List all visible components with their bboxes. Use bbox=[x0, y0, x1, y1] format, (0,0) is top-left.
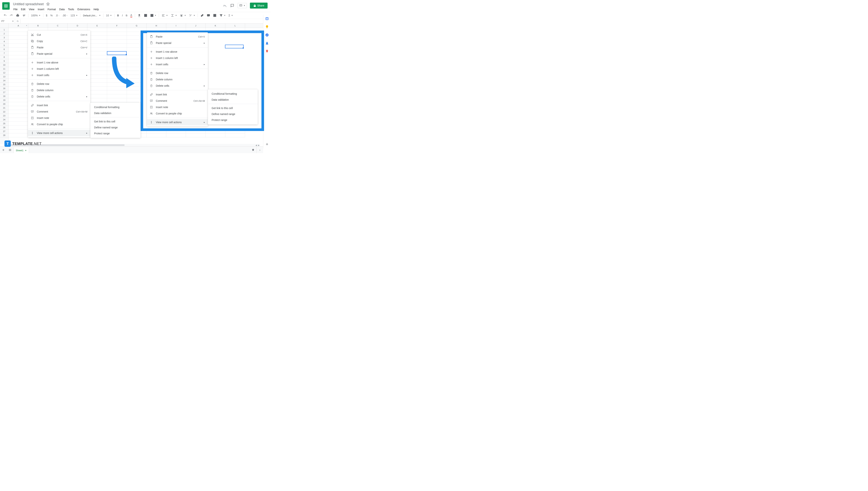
cell[interactable] bbox=[225, 134, 245, 137]
redo-button[interactable] bbox=[8, 13, 14, 18]
cell[interactable] bbox=[107, 44, 127, 48]
sub-data-validation[interactable]: Data validation bbox=[208, 97, 258, 103]
ctx-paste[interactable]: PasteCtrl+V bbox=[28, 44, 90, 51]
cell[interactable] bbox=[8, 55, 28, 59]
sub-define-named-range[interactable]: Define named range bbox=[90, 124, 141, 131]
cell[interactable] bbox=[8, 125, 28, 129]
menu-file[interactable]: File bbox=[12, 7, 19, 11]
cell[interactable] bbox=[107, 32, 127, 36]
cell[interactable] bbox=[107, 94, 127, 98]
cell[interactable] bbox=[8, 36, 28, 40]
column-header[interactable]: A▼ bbox=[8, 24, 28, 28]
ctx-delete-cells[interactable]: Delete cells▸ bbox=[28, 93, 90, 100]
column-header[interactable]: F bbox=[107, 24, 127, 28]
ctx-convert-to-people-chip[interactable]: Convert to people chip bbox=[28, 121, 90, 127]
ctx-insert-1-row-above[interactable]: Insert 1 row above bbox=[147, 49, 208, 55]
select-all-corner[interactable] bbox=[0, 24, 8, 28]
menu-insert[interactable]: Insert bbox=[36, 7, 46, 11]
cell[interactable] bbox=[8, 40, 28, 44]
cell[interactable] bbox=[8, 87, 28, 90]
row-header[interactable]: 4 bbox=[0, 40, 8, 44]
row-header[interactable]: 10 bbox=[0, 63, 8, 67]
present-button[interactable]: ▼ bbox=[238, 3, 247, 8]
cell[interactable] bbox=[8, 75, 28, 79]
row-header[interactable]: 14 bbox=[0, 79, 8, 83]
cell[interactable] bbox=[8, 67, 28, 71]
horizontal-scrollbar[interactable]: ◀ ▶ bbox=[8, 144, 260, 146]
comment-toolbar-button[interactable] bbox=[206, 13, 211, 18]
cell[interactable] bbox=[8, 114, 28, 118]
paint-format-button[interactable] bbox=[21, 13, 27, 18]
cell[interactable] bbox=[8, 63, 28, 67]
cell[interactable] bbox=[166, 134, 186, 137]
text-color-button[interactable]: A bbox=[129, 13, 133, 18]
cell[interactable] bbox=[186, 134, 206, 137]
column-header[interactable]: L bbox=[225, 24, 245, 28]
keep-addon-icon[interactable] bbox=[265, 25, 269, 29]
cell[interactable] bbox=[8, 122, 28, 125]
menu-extensions[interactable]: Extensions bbox=[76, 7, 92, 11]
sheet-tab[interactable]: Sheet1 ▼ bbox=[13, 147, 29, 153]
ctx-delete-column[interactable]: Delete column bbox=[147, 76, 208, 83]
cell[interactable] bbox=[8, 129, 28, 134]
increase-decimal-button[interactable]: .00↑ bbox=[61, 13, 69, 18]
row-header[interactable]: 9 bbox=[0, 59, 8, 63]
cell[interactable] bbox=[8, 59, 28, 63]
sub-define-named-range[interactable]: Define named range bbox=[208, 111, 258, 117]
row-header[interactable]: 2 bbox=[0, 32, 8, 36]
calendar-addon-icon[interactable]: 31 bbox=[265, 17, 269, 21]
cell[interactable] bbox=[8, 98, 28, 102]
cell[interactable] bbox=[8, 94, 28, 98]
all-sheets-button[interactable] bbox=[7, 147, 13, 153]
ctx-convert-to-people-chip[interactable]: Convert to people chip bbox=[147, 110, 208, 117]
sub-get-link-to-this-cell[interactable]: Get link to this cell bbox=[90, 118, 141, 124]
link-button[interactable] bbox=[199, 13, 205, 18]
font-size-select[interactable]: 10▼ bbox=[105, 13, 113, 18]
ctx-insert-cells[interactable]: Insert cells▸ bbox=[147, 61, 208, 67]
column-header[interactable]: I bbox=[166, 24, 186, 28]
ctx-view-more-cell-actions[interactable]: View more cell actions▸ bbox=[28, 130, 90, 136]
chart-button[interactable] bbox=[212, 13, 218, 18]
undo-button[interactable] bbox=[2, 13, 8, 18]
row-header[interactable]: 15 bbox=[0, 83, 8, 87]
row-header[interactable]: 5 bbox=[0, 44, 8, 48]
bold-button[interactable]: B bbox=[116, 13, 120, 18]
functions-button[interactable]: Σ▼ bbox=[227, 13, 234, 18]
cell[interactable] bbox=[107, 48, 127, 51]
column-header[interactable]: C bbox=[48, 24, 68, 28]
ctx-comment[interactable]: CommentCtrl+Alt+M bbox=[28, 109, 90, 115]
menu-tools[interactable]: Tools bbox=[67, 7, 76, 11]
ctx-insert-link[interactable]: Insert link bbox=[147, 91, 208, 98]
ctx-insert-note[interactable]: Insert note bbox=[28, 115, 90, 121]
font-select[interactable]: Default (Ari...▼ bbox=[82, 13, 102, 18]
comments-icon[interactable] bbox=[230, 3, 235, 8]
row-header[interactable]: 28 bbox=[0, 134, 8, 137]
column-header[interactable]: B bbox=[28, 24, 48, 28]
column-header[interactable]: K bbox=[206, 24, 225, 28]
italic-button[interactable]: I bbox=[121, 13, 124, 18]
row-header[interactable]: 17 bbox=[0, 90, 8, 94]
cell[interactable] bbox=[107, 36, 127, 40]
ctx-delete-row[interactable]: Delete row bbox=[147, 70, 208, 76]
cell[interactable] bbox=[107, 90, 127, 94]
cell[interactable] bbox=[8, 118, 28, 122]
menu-help[interactable]: Help bbox=[92, 7, 100, 11]
sub-conditional-formatting[interactable]: Conditional formatting bbox=[90, 104, 141, 110]
row-header[interactable]: 27 bbox=[0, 129, 8, 134]
name-box[interactable]: F7▼ bbox=[0, 20, 15, 23]
cell[interactable] bbox=[8, 51, 28, 55]
share-button[interactable]: Share bbox=[250, 3, 268, 8]
ctx-paste-special[interactable]: Paste special▸ bbox=[28, 51, 90, 57]
add-sheet-button[interactable] bbox=[0, 147, 7, 153]
ctx-delete-row[interactable]: Delete row bbox=[28, 81, 90, 87]
cell[interactable] bbox=[107, 28, 127, 32]
row-header[interactable]: 1 bbox=[0, 28, 8, 32]
more-formats-button[interactable]: 123▼ bbox=[69, 13, 79, 18]
row-header[interactable]: 21 bbox=[0, 106, 8, 110]
ctx-insert-link[interactable]: Insert link bbox=[28, 102, 90, 109]
cell[interactable] bbox=[107, 98, 127, 102]
filter-button[interactable]: ▼ bbox=[218, 13, 227, 18]
cell[interactable] bbox=[107, 40, 127, 44]
ctx-insert-note[interactable]: Insert note bbox=[147, 104, 208, 110]
row-header[interactable]: 12 bbox=[0, 71, 8, 75]
